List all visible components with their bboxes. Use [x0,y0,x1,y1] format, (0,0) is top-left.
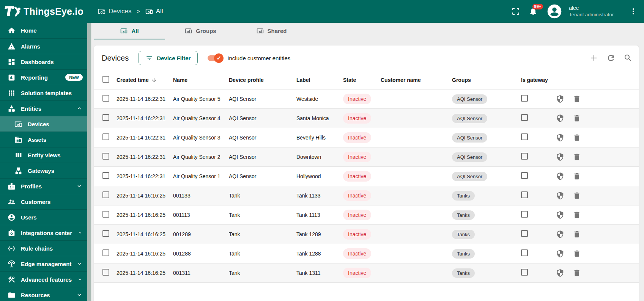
app-logo[interactable]: ThingsEye.io [4,4,98,19]
security-icon[interactable] [556,172,564,180]
device-filter-button[interactable]: Device Filter [139,51,198,65]
column-header-device-profile[interactable]: Device profile [229,77,296,83]
table-row[interactable]: 2025-11-14 16:16:25001133TankTank 1133In… [94,186,639,205]
security-icon[interactable] [556,230,564,238]
is-gateway-checkbox[interactable] [521,133,528,140]
sidebar-item-advanced-features[interactable]: Advanced features [0,271,87,287]
row-checkbox[interactable] [102,114,109,121]
tab-groups[interactable]: Groups [165,23,236,39]
delete-icon[interactable] [573,114,581,122]
security-icon[interactable] [556,211,564,219]
delete-icon[interactable] [573,191,581,200]
is-gateway-checkbox[interactable] [521,269,528,276]
delete-icon[interactable] [573,230,581,238]
sidebar-item-reporting[interactable]: ReportingNEW [0,69,87,85]
delete-icon[interactable] [573,133,581,142]
sidebar-item-rule-chains[interactable]: Rule chains [0,240,87,256]
security-icon[interactable] [556,249,564,258]
table-row[interactable]: 2025-11-14 16:16:25001113TankTank 1113In… [94,205,639,225]
toggle-switch[interactable]: ✓ [208,55,221,61]
table-row[interactable]: 2025-11-14 16:22:31Air Quality Sensor 3A… [94,128,639,147]
sidebar-item-customers[interactable]: Customers [0,194,87,209]
delete-icon[interactable] [573,269,581,277]
group-chip[interactable]: AQI Sensor [452,114,487,123]
is-gateway-checkbox[interactable] [521,95,528,102]
column-header-is-gateway[interactable]: Is gateway [521,77,555,83]
table-row[interactable]: 2025-11-14 16:22:31Air Quality Sensor 5A… [94,89,639,109]
row-checkbox[interactable] [102,95,109,102]
row-checkbox[interactable] [102,153,109,160]
sidebar-item-resources[interactable]: Resources [0,287,87,301]
header-menu-button[interactable] [628,6,639,17]
group-chip[interactable]: AQI Sensor [452,133,487,143]
security-icon[interactable] [556,153,564,161]
sidebar-item-edge-management[interactable]: Edge management [0,256,87,271]
sidebar-item-alarms[interactable]: Alarms [0,38,87,54]
refresh-icon[interactable] [606,53,616,63]
table-row[interactable]: 2025-11-14 16:16:25001311TankTank 1311In… [94,263,639,283]
column-header-customer-name[interactable]: Customer name [381,77,452,83]
row-checkbox[interactable] [102,191,109,198]
fullscreen-button[interactable] [510,6,521,17]
tab-all[interactable]: All [94,23,165,39]
is-gateway-checkbox[interactable] [521,211,528,218]
breadcrumb-item-all[interactable]: All [145,8,163,15]
include-customer-entities-toggle[interactable]: ✓ Include customer entities [208,55,290,61]
row-checkbox[interactable] [102,211,109,218]
row-checkbox[interactable] [102,269,109,276]
sidebar-item-solution-templates[interactable]: Solution templates [0,85,87,100]
table-row[interactable]: 2025-11-14 16:22:31Air Quality Sensor 4A… [94,109,639,128]
column-header-groups[interactable]: Groups [452,77,521,83]
security-icon[interactable] [556,191,564,200]
column-header-name[interactable]: Name [173,77,229,83]
group-chip[interactable]: Tanks [452,230,475,239]
sidebar-item-devices[interactable]: Devices [0,116,87,132]
table-row[interactable]: 2025-11-14 16:16:25001288TankTank 1288In… [94,244,639,263]
sidebar-item-profiles[interactable]: Profiles [0,178,87,194]
sidebar-item-integrations-center[interactable]: Integrations center [0,225,87,240]
sidebar-scrollbar[interactable] [87,23,91,301]
group-chip[interactable]: AQI Sensor [452,94,487,104]
delete-icon[interactable] [573,172,581,180]
user-avatar[interactable] [547,4,562,19]
row-checkbox[interactable] [102,230,109,237]
row-checkbox[interactable] [102,133,109,140]
group-chip[interactable]: Tanks [452,268,475,278]
notifications-button[interactable]: 99+ [528,6,539,17]
select-all-checkbox[interactable] [102,76,109,83]
delete-icon[interactable] [573,153,581,161]
security-icon[interactable] [556,133,564,142]
group-chip[interactable]: Tanks [452,191,475,201]
sidebar-item-home[interactable]: Home [0,23,87,38]
is-gateway-checkbox[interactable] [521,249,528,256]
sidebar-item-assets[interactable]: Assets [0,132,87,147]
is-gateway-checkbox[interactable] [521,114,528,121]
delete-icon[interactable] [573,211,581,219]
sidebar-item-users[interactable]: Users [0,209,87,225]
table-row[interactable]: 2025-11-14 16:22:31Air Quality Sensor 2A… [94,147,639,167]
delete-icon[interactable] [573,249,581,258]
user-info[interactable]: alec Tenant administrator [569,5,614,18]
column-header-state[interactable]: State [343,77,381,83]
delete-icon[interactable] [573,95,581,103]
sidebar-item-gateways[interactable]: Gateways [0,163,87,178]
security-icon[interactable] [556,114,564,122]
tab-shared[interactable]: Shared [236,23,307,39]
column-header-label[interactable]: Label [296,77,343,83]
group-chip[interactable]: AQI Sensor [452,152,487,162]
is-gateway-checkbox[interactable] [521,153,528,160]
add-icon[interactable] [589,53,598,63]
sidebar-item-dashboards[interactable]: Dashboards [0,54,87,69]
security-icon[interactable] [556,95,564,103]
security-icon[interactable] [556,269,564,277]
group-chip[interactable]: Tanks [452,210,475,220]
is-gateway-checkbox[interactable] [521,230,528,237]
is-gateway-checkbox[interactable] [521,191,528,198]
group-chip[interactable]: AQI Sensor [452,172,487,181]
is-gateway-checkbox[interactable] [521,172,528,179]
sidebar-item-entity-views[interactable]: Entity views [0,147,87,163]
column-header-created-time[interactable]: Created time [117,77,173,83]
row-checkbox[interactable] [102,172,109,179]
row-checkbox[interactable] [102,249,109,256]
breadcrumb-item-devices[interactable]: Devices [98,8,131,15]
